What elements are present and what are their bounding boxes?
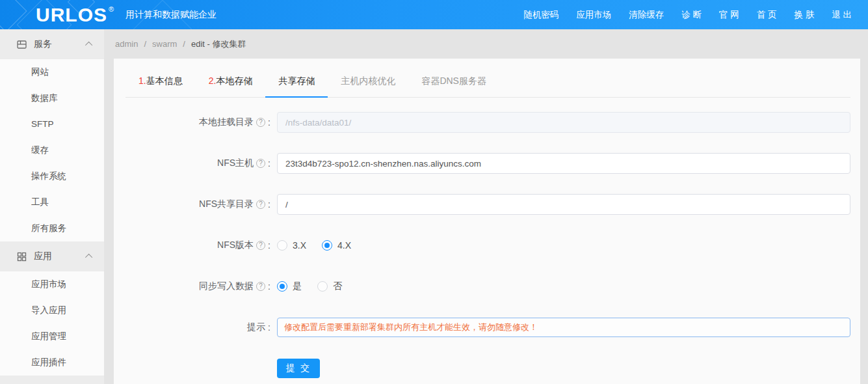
form-row-nfs-version: NFS版本 ? : 3.X 4.X	[125, 235, 850, 256]
menu-diagnose[interactable]: 诊 断	[681, 9, 702, 21]
tab-shared-storage[interactable]: 共享存储	[265, 72, 328, 98]
services-grid-icon	[17, 40, 27, 49]
chevron-up-icon	[85, 254, 92, 261]
sync-write-label: 同步写入数据 ? :	[125, 281, 277, 292]
sidebar-next-section-partial	[0, 376, 104, 384]
help-icon[interactable]: ?	[256, 200, 265, 209]
tab-basic-info[interactable]: 1.基本信息	[125, 72, 196, 97]
menu-random-password[interactable]: 随机密码	[523, 9, 559, 21]
menu-app-market[interactable]: 应用市场	[576, 9, 611, 21]
registered-mark: ®	[109, 5, 114, 13]
sidebar-section-services[interactable]: 服务	[0, 29, 104, 59]
top-header: URLOS ® 用计算和数据赋能企业 随机密码 应用市场 清除缓存 诊 断 官 …	[0, 0, 868, 29]
help-icon[interactable]: ?	[256, 118, 265, 127]
breadcrumb-separator: /	[183, 39, 185, 49]
nfs-version-3x-radio[interactable]: 3.X	[277, 240, 306, 251]
form-row-submit: 提 交	[125, 358, 850, 379]
tab-bar: 1.基本信息 2.本地存储 共享存储 主机内核优化 容器DNS服务器	[125, 72, 850, 98]
tab-kernel-optimization[interactable]: 主机内核优化	[328, 72, 408, 97]
tab-container-dns[interactable]: 容器DNS服务器	[408, 72, 499, 97]
brand-tagline: 用计算和数据赋能企业	[125, 9, 217, 21]
sidebar-item-import-app[interactable]: 导入应用	[0, 297, 104, 323]
form-row-tip: 提示 : 修改配置后需要重新部署集群内所有主机才能生效，请勿随意修改！	[125, 317, 850, 338]
local-mount-label: 本地挂载目录 ? :	[125, 117, 277, 128]
form-row-local-mount: 本地挂载目录 ? :	[125, 112, 850, 133]
help-icon[interactable]: ?	[256, 282, 265, 291]
breadcrumb-separator: /	[144, 39, 146, 49]
nfs-host-label: NFS主机 ? :	[125, 158, 277, 169]
breadcrumb-admin[interactable]: admin	[115, 39, 138, 49]
submit-button[interactable]: 提 交	[277, 359, 320, 378]
top-menu: 随机密码 应用市场 清除缓存 诊 断 官 网 首 页 换 肤 退 出	[523, 9, 852, 21]
edit-cluster-card: 1.基本信息 2.本地存储 共享存储 主机内核优化 容器DNS服务器	[114, 59, 860, 384]
sidebar-item-tools[interactable]: 工具	[0, 189, 104, 215]
nfs-version-label: NFS版本 ? :	[125, 240, 277, 251]
chevron-up-icon	[85, 42, 92, 49]
breadcrumb-current: edit - 修改集群	[191, 38, 246, 50]
local-mount-input[interactable]	[277, 112, 850, 133]
sidebar-item-app-plugins[interactable]: 应用插件	[0, 350, 104, 376]
menu-change-skin[interactable]: 换 肤	[794, 9, 814, 21]
sidebar-section-label: 服务	[34, 38, 52, 50]
sidebar-item-databases[interactable]: 数据库	[0, 85, 104, 111]
sync-write-yes-radio[interactable]: 是	[277, 281, 302, 292]
tip-message: 修改配置后需要重新部署集群内所有主机才能生效，请勿随意修改！	[277, 318, 850, 337]
brand-logo[interactable]: URLOS ®	[36, 3, 114, 27]
sidebar-item-app-manage[interactable]: 应用管理	[0, 323, 104, 350]
menu-home[interactable]: 首 页	[757, 9, 777, 21]
radio-checked-icon	[277, 281, 287, 292]
nfs-share-dir-input[interactable]	[277, 194, 850, 215]
sidebar-item-sftp[interactable]: SFTP	[0, 111, 104, 137]
radio-unchecked-icon	[277, 240, 287, 251]
shared-storage-form: 本地挂载目录 ? : NFS主机 ? :	[125, 98, 850, 379]
sidebar-item-websites[interactable]: 网站	[0, 59, 104, 85]
menu-official-site[interactable]: 官 网	[719, 9, 739, 21]
form-row-sync-write: 同步写入数据 ? : 是 否	[125, 276, 850, 297]
help-icon[interactable]: ?	[256, 159, 265, 168]
sidebar-item-app-market[interactable]: 应用市场	[0, 271, 104, 297]
content-area: admin / swarm / edit - 修改集群 1.基本信息 2.本地存…	[104, 29, 868, 384]
apps-grid-icon	[17, 252, 27, 262]
sync-write-no-radio[interactable]: 否	[317, 281, 342, 292]
help-icon[interactable]: ?	[256, 241, 265, 250]
sidebar-item-os[interactable]: 操作系统	[0, 163, 104, 189]
nfs-share-dir-label: NFS共享目录 ? :	[125, 199, 277, 210]
nfs-version-4x-radio[interactable]: 4.X	[322, 240, 351, 251]
menu-clear-cache[interactable]: 清除缓存	[629, 9, 664, 21]
form-row-nfs-share-dir: NFS共享目录 ? :	[125, 194, 850, 215]
tab-local-storage[interactable]: 2.本地存储	[196, 72, 266, 97]
menu-logout[interactable]: 退 出	[832, 9, 852, 21]
form-row-nfs-host: NFS主机 ? :	[125, 153, 850, 174]
radio-unchecked-icon	[317, 281, 328, 292]
sidebar-section-label: 应用	[34, 251, 52, 262]
sidebar: 服务 网站 数据库 SFTP 缓存 操作系统 工具 所有服务 应用 应用市场 导…	[0, 29, 104, 384]
breadcrumb: admin / swarm / edit - 修改集群	[104, 29, 868, 59]
sidebar-item-cache[interactable]: 缓存	[0, 137, 104, 163]
nfs-host-input[interactable]	[277, 153, 850, 174]
radio-checked-icon	[322, 240, 332, 251]
sidebar-section-apps[interactable]: 应用	[0, 241, 104, 271]
tip-label: 提示 :	[125, 322, 277, 333]
logo-text: URLOS	[36, 3, 107, 27]
breadcrumb-swarm[interactable]: swarm	[152, 39, 177, 49]
sidebar-item-all-services[interactable]: 所有服务	[0, 215, 104, 241]
